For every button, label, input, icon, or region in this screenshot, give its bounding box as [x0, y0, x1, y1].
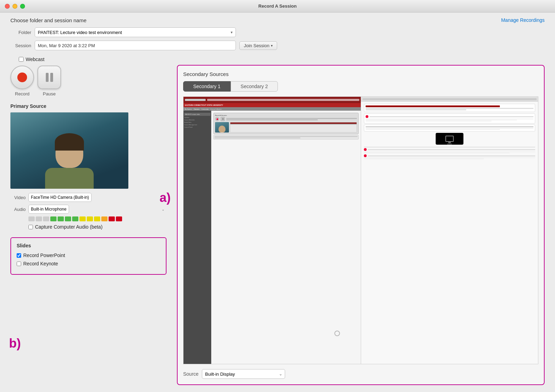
pause-button-wrap: Pause [37, 66, 61, 96]
close-button[interactable] [5, 4, 10, 9]
pause-button[interactable] [37, 66, 61, 89]
pause-label: Pause [43, 91, 56, 96]
join-session-chevron-icon: ▾ [271, 44, 273, 48]
record-row: Record Pause [10, 62, 166, 103]
header-left: Choose folder and session name Folder PA… [10, 17, 277, 62]
header-right: Manage Recordings [501, 17, 545, 23]
level-seg-7 [72, 216, 78, 221]
webcast-label: Webcast [26, 57, 44, 62]
level-seg-1 [28, 216, 35, 221]
window-controls [5, 4, 25, 9]
screen-preview-left: EASTERN CONNECTICUT STATE UNIVERSITY My … [183, 97, 361, 364]
session-input[interactable] [35, 41, 236, 50]
left-side: Record Pause Primary Source [0, 62, 173, 392]
level-seg-8 [79, 216, 86, 221]
sim-screen-left: EASTERN CONNECTICUT STATE UNIVERSITY My … [183, 97, 361, 364]
level-seg-2 [36, 216, 42, 221]
right-side: Secondary Sources Secondary 1 Secondary … [173, 62, 555, 392]
maximize-button[interactable] [20, 4, 25, 9]
minimize-button[interactable] [12, 4, 17, 9]
level-seg-10 [94, 216, 100, 221]
app-window: Record A Session Choose folder and sessi… [0, 0, 555, 392]
primary-source-label: Primary Source [10, 103, 166, 109]
source-select[interactable]: Built-in Display [202, 369, 285, 379]
record-button[interactable] [10, 66, 34, 89]
record-label: Record [15, 91, 29, 96]
level-seg-13 [116, 216, 122, 221]
pause-icon [46, 73, 53, 82]
face-body [45, 168, 94, 189]
audio-label: Audio [10, 207, 26, 212]
capture-audio-label: Capture Computer Audio (beta) [35, 224, 103, 230]
record-keynote-label: Record Keynote [23, 261, 58, 266]
choose-folder-label: Choose folder and session name [10, 17, 277, 23]
secondary-sources-panel: Secondary Sources Secondary 1 Secondary … [177, 65, 545, 385]
folder-dropdown[interactable]: PANTEST: Lecture video test environment [38, 30, 229, 35]
level-seg-12 [109, 216, 115, 221]
tab-secondary-2[interactable]: Secondary 2 [231, 81, 278, 92]
level-seg-6 [65, 216, 71, 221]
level-seg-5 [58, 216, 64, 221]
screen-preview-container: EASTERN CONNECTICUT STATE UNIVERSITY My … [183, 96, 538, 364]
level-seg-3 [43, 216, 49, 221]
level-seg-11 [101, 216, 108, 221]
pause-bar-right [50, 73, 53, 82]
slides-label: Slides [17, 243, 160, 248]
source-select-wrap: Built-in Display [202, 369, 285, 379]
video-select[interactable]: FaceTime HD Camera (Built-in) [28, 193, 92, 202]
webcast-row: Webcast [10, 54, 277, 62]
record-keynote-row: Record Keynote [17, 261, 160, 266]
manage-recordings-link[interactable]: Manage Recordings [501, 17, 545, 23]
label-a: a) [160, 190, 171, 205]
capture-audio-row: Capture Computer Audio (beta) [10, 224, 166, 230]
folder-row: Folder PANTEST: Lecture video test envir… [10, 27, 277, 37]
record-keynote-checkbox[interactable] [17, 262, 21, 266]
screen-preview-right [361, 97, 538, 364]
level-seg-4 [50, 216, 57, 221]
session-row: Session Join Session ▾ [10, 41, 277, 50]
folder-label: Folder [10, 30, 31, 35]
video-label: Video [10, 195, 26, 200]
source-row: Source Built-in Display [183, 364, 538, 379]
audio-select[interactable]: Built-in Microphone [28, 205, 69, 214]
join-session-button[interactable]: Join Session ▾ [239, 41, 277, 50]
face-head [56, 137, 83, 168]
video-select-wrap: FaceTime HD Camera (Built-in) [28, 193, 166, 202]
folder-select-wrapper[interactable]: PANTEST: Lecture video test environment … [35, 27, 236, 37]
header-area: Choose folder and session name Folder PA… [0, 12, 555, 62]
slides-box: Slides Record PowerPoint Record Keynote [10, 237, 166, 275]
audio-select-wrap: Built-in Microphone [28, 205, 166, 214]
sim-browser-bar [183, 97, 361, 103]
tab-secondary-1[interactable]: Secondary 1 [183, 81, 231, 92]
secondary-sources-label: Secondary Sources [183, 71, 538, 77]
camera-preview [10, 112, 128, 189]
record-powerpoint-checkbox[interactable] [17, 253, 21, 258]
face-hair [55, 133, 84, 151]
capture-audio-checkbox[interactable] [28, 225, 33, 229]
record-dot-icon [17, 73, 27, 82]
join-session-label: Join Session [244, 43, 270, 48]
level-seg-9 [87, 216, 93, 221]
label-b: b) [9, 336, 21, 351]
record-powerpoint-row: Record PowerPoint [17, 253, 160, 258]
sim-screen-right [361, 97, 538, 364]
record-powerpoint-label: Record PowerPoint [23, 253, 65, 258]
audio-level-bar [10, 216, 166, 221]
window-title: Record A Session [258, 3, 297, 9]
person-in-camera [45, 137, 94, 189]
record-button-wrap: Record [10, 66, 34, 96]
title-bar: Record A Session [0, 0, 555, 12]
audio-row: Audio Built-in Microphone [10, 205, 166, 214]
source-label: Source [183, 371, 198, 377]
body-area: a) b) Record [0, 62, 555, 392]
pause-bar-left [46, 73, 49, 82]
secondary-tabs: Secondary 1 Secondary 2 [183, 81, 538, 92]
session-label: Session [10, 43, 31, 48]
video-row: Video FaceTime HD Camera (Built-in) [10, 193, 166, 202]
webcast-checkbox[interactable] [19, 57, 24, 62]
